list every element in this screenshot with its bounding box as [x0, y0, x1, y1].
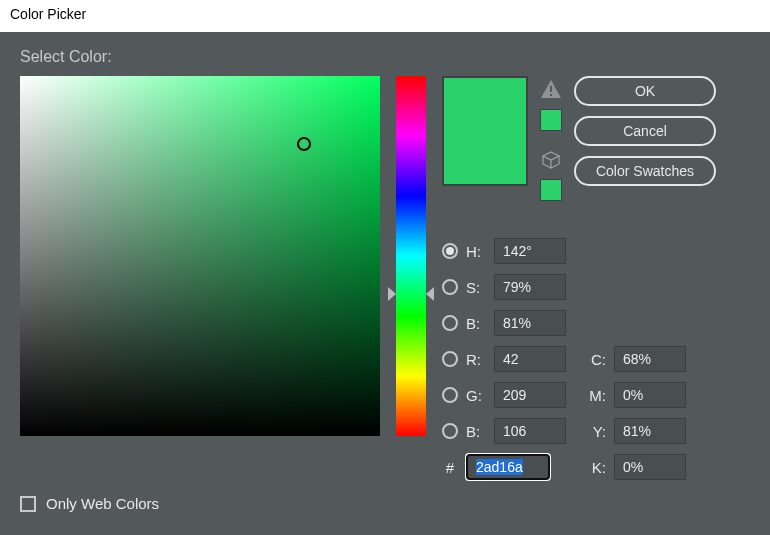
hue-arrow-right-icon[interactable] [426, 287, 434, 301]
input-s[interactable] [494, 274, 566, 300]
right-stack: OK Cancel Color Swatches H: [442, 76, 716, 481]
label-r: R: [466, 351, 486, 368]
hue-strip[interactable] [396, 76, 426, 436]
input-b-rgb[interactable] [494, 418, 566, 444]
svg-marker-3 [543, 152, 559, 160]
svg-rect-2 [550, 94, 552, 96]
label-y: Y: [588, 423, 606, 440]
hsb-rgb-column: H: S: B: [442, 237, 566, 481]
ok-button[interactable]: OK [574, 76, 716, 106]
input-k[interactable] [614, 454, 686, 480]
value-fields: H: S: B: [442, 237, 716, 481]
sv-marker[interactable] [297, 137, 311, 151]
web-colors-checkbox[interactable] [20, 496, 36, 512]
color-picker-panel: Select Color: [0, 32, 770, 535]
warning-icon[interactable] [541, 80, 561, 103]
input-b-hsb[interactable] [494, 310, 566, 336]
cancel-button[interactable]: Cancel [574, 116, 716, 146]
label-m: M: [588, 387, 606, 404]
saturation-value-field[interactable] [20, 76, 380, 436]
button-column: OK Cancel Color Swatches [574, 76, 716, 201]
svg-rect-1 [550, 86, 552, 92]
warning-column [540, 76, 562, 201]
workspace: OK Cancel Color Swatches H: [20, 76, 750, 481]
radio-s[interactable] [442, 279, 458, 295]
cube-icon[interactable] [542, 151, 560, 173]
hue-arrow-left-icon[interactable] [388, 287, 396, 301]
select-color-label: Select Color: [20, 48, 750, 66]
color-swatches-button[interactable]: Color Swatches [574, 156, 716, 186]
hue-slider[interactable] [396, 76, 426, 436]
web-colors-label: Only Web Colors [46, 495, 159, 512]
input-m[interactable] [614, 382, 686, 408]
input-h[interactable] [494, 238, 566, 264]
color-preview-box [442, 76, 528, 186]
web-colors-row: Only Web Colors [20, 495, 750, 512]
label-g: G: [466, 387, 486, 404]
input-y[interactable] [614, 418, 686, 444]
label-k: K: [588, 459, 606, 476]
window-title: Color Picker [0, 0, 770, 32]
previous-color-preview[interactable] [444, 131, 526, 184]
radio-g[interactable] [442, 387, 458, 403]
label-c: C: [588, 351, 606, 368]
label-h: H: [466, 243, 486, 260]
input-c[interactable] [614, 346, 686, 372]
new-color-preview[interactable] [444, 78, 526, 131]
cube-swatch[interactable] [540, 179, 562, 201]
cmyk-column: C: M: Y: K: [588, 345, 686, 481]
input-r[interactable] [494, 346, 566, 372]
label-b-hsb: B: [466, 315, 486, 332]
preview-column: OK Cancel Color Swatches H: [442, 76, 716, 481]
radio-h[interactable] [442, 243, 458, 259]
label-b-rgb: B: [466, 423, 486, 440]
radio-r[interactable] [442, 351, 458, 367]
input-g[interactable] [494, 382, 566, 408]
hash-label: # [442, 459, 458, 476]
radio-b-hsb[interactable] [442, 315, 458, 331]
label-s: S: [466, 279, 486, 296]
warning-swatch[interactable] [540, 109, 562, 131]
input-hex[interactable] [466, 454, 550, 480]
radio-b-rgb[interactable] [442, 423, 458, 439]
